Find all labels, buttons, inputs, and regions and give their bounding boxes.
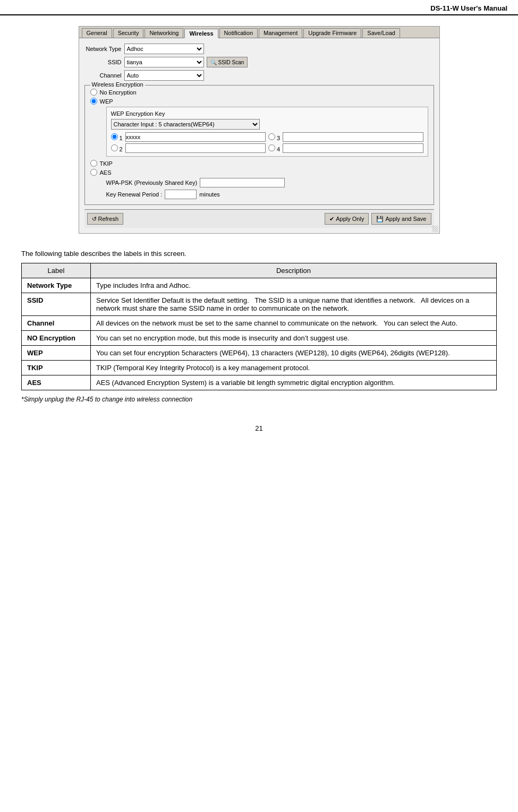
wpa-psk-input[interactable] bbox=[200, 178, 285, 187]
screenshot-panel: General Security Networking Wireless Not… bbox=[79, 26, 440, 234]
right-buttons: ✔ Apply Only 💾 Apply and Save bbox=[325, 213, 431, 225]
key1-radio[interactable] bbox=[111, 133, 118, 140]
tab-notification[interactable]: Notification bbox=[219, 28, 258, 38]
table-cell-description: Type includes Infra and Adhoc. bbox=[91, 278, 497, 293]
refresh-button[interactable]: ↺ Refresh bbox=[87, 213, 124, 225]
tab-security[interactable]: Security bbox=[113, 28, 144, 38]
ssid-row: SSID tianya 🔍 SSID Scan bbox=[84, 57, 434, 67]
table-cell-description: TKIP (Temporal Key Integrity Protocol) i… bbox=[91, 361, 497, 375]
description-table: Label Description Network TypeType inclu… bbox=[21, 263, 497, 390]
table-row: SSIDService Set Identifier Default is th… bbox=[22, 293, 497, 316]
key3-radio[interactable] bbox=[268, 133, 275, 140]
channel-select[interactable]: Auto bbox=[124, 70, 204, 81]
table-cell-description: You can set four encryption 5characters … bbox=[91, 346, 497, 361]
no-encryption-label: No Encryption bbox=[100, 89, 137, 96]
wep-row: WEP bbox=[90, 98, 428, 105]
key3-radio-label: 3 bbox=[268, 133, 280, 141]
network-type-select[interactable]: Adhoc bbox=[124, 44, 204, 54]
tab-wireless[interactable]: Wireless bbox=[184, 29, 218, 38]
wep-keys-grid: 1 3 2 bbox=[111, 132, 423, 153]
key2-input[interactable] bbox=[125, 143, 266, 153]
key3-input[interactable] bbox=[283, 132, 423, 142]
table-row: TKIPTKIP (Temporal Key Integrity Protoco… bbox=[22, 361, 497, 375]
apply-save-button[interactable]: 💾 Apply and Save bbox=[371, 213, 431, 225]
key-renewal-input[interactable] bbox=[165, 190, 197, 199]
intro-text: The following table describes the labels… bbox=[21, 250, 497, 258]
key4-radio[interactable] bbox=[268, 144, 275, 151]
tab-upgrade-firmware[interactable]: Upgrade Firmware bbox=[303, 28, 361, 38]
button-row: ↺ Refresh ✔ Apply Only 💾 Apply and Save bbox=[84, 209, 434, 228]
resize-handle bbox=[432, 226, 438, 232]
wep-label: WEP bbox=[100, 98, 113, 105]
key1-input[interactable] bbox=[125, 132, 266, 142]
page-header: DS-11-W User's Manual bbox=[0, 0, 518, 15]
channel-label: Channel bbox=[84, 72, 122, 79]
aes-row: AES bbox=[90, 169, 428, 176]
table-row: ChannelAll devices on the network must b… bbox=[22, 316, 497, 331]
panel-body: Network Type Adhoc SSID tianya 🔍 SSID Sc… bbox=[79, 38, 439, 233]
table-cell-label: NO Encryption bbox=[22, 331, 91, 346]
table-cell-label: WEP bbox=[22, 346, 91, 361]
table-cell-description: All devices on the network must be set t… bbox=[91, 316, 497, 331]
key4-input[interactable] bbox=[283, 143, 423, 153]
table-row: AESAES (Advanced Encryption System) is a… bbox=[22, 375, 497, 390]
table-cell-description: Service Set Identifier Default is the de… bbox=[91, 293, 497, 316]
table-cell-label: SSID bbox=[22, 293, 91, 316]
aes-label: AES bbox=[100, 169, 112, 176]
key2-radio-label: 2 bbox=[111, 144, 123, 152]
key-renewal-row: Key Renewal Period : minutes bbox=[106, 190, 428, 199]
page-number: 21 bbox=[21, 424, 497, 432]
table-cell-label: Channel bbox=[22, 316, 91, 331]
table-row: WEPYou can set four encryption 5characte… bbox=[22, 346, 497, 361]
tab-networking[interactable]: Networking bbox=[145, 28, 183, 38]
key-renewal-label: Key Renewal Period : bbox=[106, 191, 163, 198]
wpa-psk-label: WPA-PSK (Previously Shared Key) bbox=[106, 180, 198, 186]
key4-radio-label: 4 bbox=[268, 144, 280, 152]
network-type-label: Network Type bbox=[84, 46, 122, 52]
tab-save-load[interactable]: Save/Load bbox=[362, 28, 400, 38]
ssid-scan-button[interactable]: 🔍 SSID Scan bbox=[207, 57, 248, 67]
footer-note: *Simply unplug the RJ-45 to change into … bbox=[21, 396, 497, 403]
table-row: NO EncryptionYou can set no encryption m… bbox=[22, 331, 497, 346]
wep-encryption-key-label: WEP Encryption Key bbox=[111, 110, 423, 117]
table-cell-label: AES bbox=[22, 375, 91, 390]
wep-key-select[interactable]: Character Input : 5 characters(WEP64) bbox=[111, 119, 260, 130]
no-encryption-row: No Encryption bbox=[90, 89, 428, 96]
table-cell-label: TKIP bbox=[22, 361, 91, 375]
wep-subbox: WEP Encryption Key Character Input : 5 c… bbox=[106, 107, 428, 157]
col1-header: Label bbox=[22, 263, 91, 278]
encryption-box-title: Wireless Encryption bbox=[90, 81, 145, 88]
save-icon: 💾 bbox=[376, 216, 384, 223]
tabs-row: General Security Networking Wireless Not… bbox=[79, 27, 439, 38]
apply-icon: ✔ bbox=[329, 216, 334, 223]
wep-radio[interactable] bbox=[90, 98, 97, 105]
table-cell-description: AES (Advanced Encryption System) is a va… bbox=[91, 375, 497, 390]
page-content: General Security Networking Wireless Not… bbox=[0, 21, 518, 448]
key1-radio-label: 1 bbox=[111, 133, 123, 141]
aes-radio[interactable] bbox=[90, 169, 97, 176]
network-type-row: Network Type Adhoc bbox=[84, 44, 434, 54]
ssid-select[interactable]: tianya bbox=[124, 57, 204, 67]
tab-general[interactable]: General bbox=[82, 28, 112, 38]
no-encryption-radio[interactable] bbox=[90, 89, 97, 96]
key2-radio[interactable] bbox=[111, 144, 118, 151]
encryption-box: Wireless Encryption No Encryption WEP WE… bbox=[84, 85, 434, 205]
table-cell-label: Network Type bbox=[22, 278, 91, 293]
refresh-icon: ↺ bbox=[92, 216, 97, 223]
page-title: DS-11-W User's Manual bbox=[430, 4, 507, 12]
tkip-label: TKIP bbox=[100, 160, 113, 167]
search-icon: 🔍 bbox=[210, 59, 217, 65]
tab-management[interactable]: Management bbox=[259, 28, 302, 38]
table-row: Network TypeType includes Infra and Adho… bbox=[22, 278, 497, 293]
channel-row: Channel Auto bbox=[84, 70, 434, 81]
ssid-label: SSID bbox=[84, 59, 122, 65]
col2-header: Description bbox=[91, 263, 497, 278]
tkip-row: TKIP bbox=[90, 160, 428, 167]
apply-only-button[interactable]: ✔ Apply Only bbox=[325, 213, 369, 225]
table-cell-description: You can set no encryption mode, but this… bbox=[91, 331, 497, 346]
tkip-radio[interactable] bbox=[90, 160, 97, 167]
wpa-psk-row: WPA-PSK (Previously Shared Key) bbox=[90, 178, 428, 187]
minutes-label: minutes bbox=[199, 191, 220, 198]
